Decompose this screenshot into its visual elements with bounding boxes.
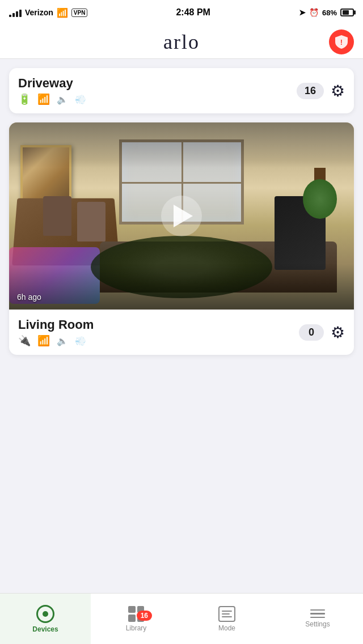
status-left: Verizon 📶 VPN	[9, 7, 87, 18]
plant	[303, 168, 337, 236]
alert-button[interactable]: !	[329, 29, 354, 54]
mode-icon	[218, 606, 235, 622]
camera-meta-driveway: 🔋 📶 🔈 💨	[18, 93, 297, 105]
camera-info-block-driveway: Driveway 🔋 📶 🔈 💨	[18, 76, 297, 105]
location-icon: ➤	[299, 8, 306, 17]
camera-speaker-icon: 🔈	[57, 94, 68, 105]
camera-info-driveway: Driveway 🔋 📶 🔈 💨 16 ⚙	[9, 68, 354, 113]
vpn-badge: VPN	[71, 9, 88, 17]
feed-overlay-bottom-lr	[9, 264, 354, 310]
shield-alert-icon: !	[335, 35, 348, 49]
battery-percent: 68%	[322, 9, 337, 17]
status-time: 2:48 PM	[176, 7, 210, 18]
settings-nav-icon	[310, 609, 326, 618]
carrier-label: Verizon	[25, 8, 53, 17]
camera-motion-icon: 💨	[75, 94, 86, 105]
camera-wifi-icon-lr: 📶	[37, 334, 50, 347]
main-content: Live 🔊 🎤 Driveway	[0, 59, 363, 412]
nav-item-settings[interactable]: Settings	[272, 594, 363, 644]
devices-icon	[36, 605, 54, 623]
signal-bars-icon	[9, 8, 22, 17]
app-header: arlo !	[0, 25, 363, 59]
feed-overlay-top-lr	[9, 122, 354, 168]
timestamp-badge-livingroom: 6h ago	[17, 293, 41, 302]
settings-button-driveway[interactable]: ⚙	[331, 82, 345, 100]
nav-item-devices[interactable]: Devices	[0, 594, 91, 644]
library-badge: 16	[137, 611, 152, 621]
camera-info-block-livingroom: Living Room 🔌 📶 🔈 💨	[18, 317, 299, 347]
nav-label-settings: Settings	[305, 620, 330, 628]
notification-count-livingroom[interactable]: 0	[299, 324, 324, 341]
play-button[interactable]	[161, 196, 202, 236]
bottom-nav: Devices 16 Library Mode Settings	[0, 593, 363, 644]
settings-button-livingroom[interactable]: ⚙	[331, 323, 345, 342]
camera-battery-icon: 🔋	[18, 93, 31, 105]
battery-icon	[340, 9, 354, 16]
notification-count-driveway[interactable]: 16	[297, 83, 324, 99]
nav-label-library: Library	[126, 624, 147, 632]
chair1	[43, 196, 71, 236]
library-icon-container: 16	[128, 606, 144, 622]
camera-name-livingroom: Living Room	[18, 317, 299, 332]
nav-item-mode[interactable]: Mode	[182, 594, 272, 644]
chair2	[77, 202, 105, 242]
nav-label-devices: Devices	[32, 625, 58, 633]
app-title: arlo	[163, 30, 200, 54]
camera-motion-icon-lr: 💨	[75, 336, 86, 346]
status-right: ➤ ⏰ 68%	[299, 8, 354, 17]
status-bar: Verizon 📶 VPN 2:48 PM ➤ ⏰ 68%	[0, 0, 363, 25]
alarm-icon: ⏰	[309, 8, 319, 17]
camera-card-livingroom: 6h ago Living Room 🔌 📶 🔈 💨	[9, 122, 354, 355]
play-icon	[174, 205, 193, 227]
camera-info-livingroom: Living Room 🔌 📶 🔈 💨 0 ⚙	[9, 310, 354, 355]
svg-text:!: !	[340, 38, 343, 46]
camera-meta-livingroom: 🔌 📶 🔈 💨	[18, 334, 299, 347]
camera-feed-livingroom[interactable]: 6h ago	[9, 122, 354, 310]
camera-name-driveway: Driveway	[18, 76, 297, 91]
camera-card-driveway: Live 🔊 🎤 Driveway	[9, 68, 354, 113]
camera-power-icon: 🔌	[18, 334, 31, 347]
wifi-icon: 📶	[57, 7, 68, 18]
nav-label-mode: Mode	[218, 624, 235, 632]
nav-item-library[interactable]: 16 Library	[91, 594, 182, 644]
camera-wifi-icon: 📶	[37, 93, 50, 105]
camera-speaker-icon-lr: 🔈	[57, 336, 68, 346]
